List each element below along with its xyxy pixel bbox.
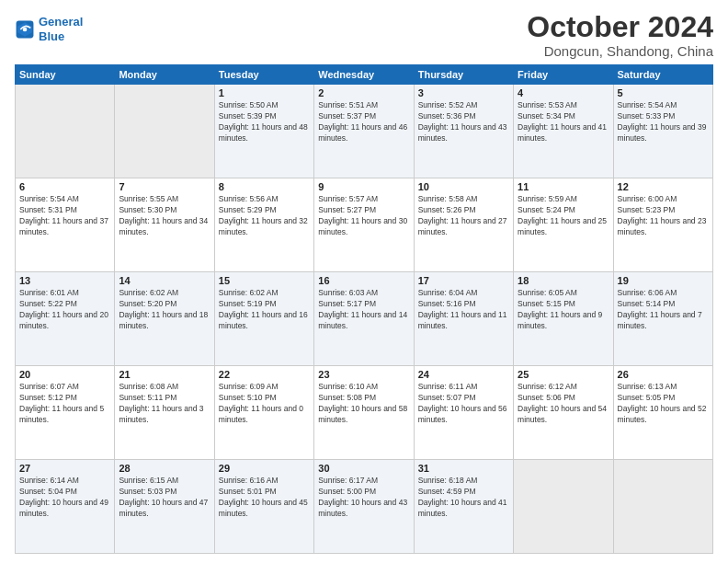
daylight-text: Daylight: 11 hours and 37 minutes. [19, 216, 110, 238]
day-number: 20 [19, 369, 110, 380]
sunrise-text: Sunrise: 6:17 AM [318, 476, 409, 487]
calendar-week-row: 13Sunrise: 6:01 AMSunset: 5:22 PMDayligh… [16, 272, 713, 366]
daylight-text: Daylight: 10 hours and 49 minutes. [19, 498, 110, 520]
calendar-cell: 17Sunrise: 6:04 AMSunset: 5:16 PMDayligh… [414, 272, 513, 366]
daylight-text: Daylight: 11 hours and 9 minutes. [518, 310, 609, 332]
day-number: 31 [418, 463, 509, 474]
day-number: 16 [318, 275, 409, 286]
daylight-text: Daylight: 11 hours and 14 minutes. [318, 310, 409, 332]
calendar-cell: 30Sunrise: 6:17 AMSunset: 5:00 PMDayligh… [314, 460, 414, 554]
daylight-text: Daylight: 11 hours and 34 minutes. [119, 216, 210, 238]
sunset-text: Sunset: 5:39 PM [219, 111, 310, 122]
day-info: Sunrise: 6:02 AMSunset: 5:20 PMDaylight:… [119, 288, 210, 332]
calendar-cell: 13Sunrise: 6:01 AMSunset: 5:22 PMDayligh… [16, 272, 115, 366]
sunset-text: Sunset: 5:24 PM [518, 205, 609, 216]
sunrise-text: Sunrise: 6:05 AM [518, 288, 609, 299]
daylight-text: Daylight: 10 hours and 47 minutes. [119, 498, 210, 520]
sunrise-text: Sunrise: 6:16 AM [219, 476, 310, 487]
day-number: 21 [119, 369, 210, 380]
calendar-cell: 15Sunrise: 6:02 AMSunset: 5:19 PMDayligh… [214, 272, 313, 366]
day-number: 8 [219, 181, 310, 192]
daylight-text: Daylight: 11 hours and 39 minutes. [618, 122, 709, 144]
calendar-cell: 3Sunrise: 5:52 AMSunset: 5:36 PMDaylight… [414, 85, 513, 178]
day-info: Sunrise: 5:52 AMSunset: 5:36 PMDaylight:… [418, 100, 509, 144]
calendar-cell: 22Sunrise: 6:09 AMSunset: 5:10 PMDayligh… [214, 366, 313, 460]
sunset-text: Sunset: 5:33 PM [618, 111, 709, 122]
sunset-text: Sunset: 5:12 PM [19, 393, 110, 404]
weekday-header-wednesday: Wednesday [314, 65, 414, 85]
sunrise-text: Sunrise: 6:07 AM [19, 382, 110, 393]
day-info: Sunrise: 5:59 AMSunset: 5:24 PMDaylight:… [518, 194, 609, 238]
calendar-cell: 2Sunrise: 5:51 AMSunset: 5:37 PMDaylight… [314, 85, 414, 178]
day-number: 18 [518, 275, 609, 286]
day-info: Sunrise: 6:08 AMSunset: 5:11 PMDaylight:… [119, 382, 210, 426]
logo: General Blue [15, 15, 83, 43]
sunrise-text: Sunrise: 6:01 AM [19, 288, 110, 299]
daylight-text: Daylight: 10 hours and 52 minutes. [618, 404, 709, 426]
day-number: 4 [518, 87, 609, 98]
calendar-table: SundayMondayTuesdayWednesdayThursdayFrid… [15, 64, 713, 554]
sunrise-text: Sunrise: 6:14 AM [19, 476, 110, 487]
daylight-text: Daylight: 11 hours and 20 minutes. [19, 310, 110, 332]
daylight-text: Daylight: 10 hours and 58 minutes. [318, 404, 409, 426]
calendar-cell [613, 460, 712, 554]
calendar-cell: 29Sunrise: 6:16 AMSunset: 5:01 PMDayligh… [214, 460, 313, 554]
sunrise-text: Sunrise: 5:50 AM [219, 100, 310, 111]
weekday-header-thursday: Thursday [414, 65, 513, 85]
calendar-week-row: 1Sunrise: 5:50 AMSunset: 5:39 PMDaylight… [16, 85, 713, 178]
svg-point-2 [23, 27, 28, 31]
daylight-text: Daylight: 11 hours and 32 minutes. [219, 216, 310, 238]
daylight-text: Daylight: 10 hours and 41 minutes. [418, 498, 509, 520]
sunset-text: Sunset: 5:03 PM [119, 487, 210, 498]
calendar-cell: 12Sunrise: 6:00 AMSunset: 5:23 PMDayligh… [613, 178, 712, 272]
weekday-header-monday: Monday [115, 65, 214, 85]
calendar-cell: 8Sunrise: 5:56 AMSunset: 5:29 PMDaylight… [214, 178, 313, 272]
sunset-text: Sunset: 5:37 PM [318, 111, 409, 122]
daylight-text: Daylight: 10 hours and 45 minutes. [219, 498, 310, 520]
daylight-text: Daylight: 10 hours and 43 minutes. [318, 498, 409, 520]
sunrise-text: Sunrise: 6:08 AM [119, 382, 210, 393]
calendar-cell: 19Sunrise: 6:06 AMSunset: 5:14 PMDayligh… [613, 272, 712, 366]
calendar-cell: 10Sunrise: 5:58 AMSunset: 5:26 PMDayligh… [414, 178, 513, 272]
sunset-text: Sunset: 5:31 PM [19, 205, 110, 216]
sunrise-text: Sunrise: 5:51 AM [318, 100, 409, 111]
day-number: 6 [19, 181, 110, 192]
daylight-text: Daylight: 11 hours and 30 minutes. [318, 216, 409, 238]
day-number: 29 [219, 463, 310, 474]
calendar-cell: 21Sunrise: 6:08 AMSunset: 5:11 PMDayligh… [115, 366, 214, 460]
day-info: Sunrise: 6:15 AMSunset: 5:03 PMDaylight:… [119, 476, 210, 520]
calendar-cell: 26Sunrise: 6:13 AMSunset: 5:05 PMDayligh… [613, 366, 712, 460]
weekday-header-row: SundayMondayTuesdayWednesdayThursdayFrid… [16, 65, 713, 85]
calendar-cell: 18Sunrise: 6:05 AMSunset: 5:15 PMDayligh… [514, 272, 613, 366]
weekday-header-saturday: Saturday [613, 65, 712, 85]
daylight-text: Daylight: 11 hours and 27 minutes. [418, 216, 509, 238]
sunset-text: Sunset: 5:00 PM [318, 487, 409, 498]
day-number: 24 [418, 369, 509, 380]
title-location: Dongcun, Shandong, China [527, 43, 713, 59]
day-info: Sunrise: 5:51 AMSunset: 5:37 PMDaylight:… [318, 100, 409, 144]
day-number: 19 [618, 275, 709, 286]
sunrise-text: Sunrise: 6:13 AM [618, 382, 709, 393]
sunrise-text: Sunrise: 6:00 AM [618, 194, 709, 205]
calendar-cell: 25Sunrise: 6:12 AMSunset: 5:06 PMDayligh… [514, 366, 613, 460]
day-info: Sunrise: 5:58 AMSunset: 5:26 PMDaylight:… [418, 194, 509, 238]
day-number: 26 [618, 369, 709, 380]
day-number: 28 [119, 463, 210, 474]
sunrise-text: Sunrise: 6:11 AM [418, 382, 509, 393]
day-number: 23 [318, 369, 409, 380]
day-info: Sunrise: 6:04 AMSunset: 5:16 PMDaylight:… [418, 288, 509, 332]
sunrise-text: Sunrise: 6:12 AM [518, 382, 609, 393]
calendar-cell: 27Sunrise: 6:14 AMSunset: 5:04 PMDayligh… [16, 460, 115, 554]
daylight-text: Daylight: 11 hours and 0 minutes. [219, 404, 310, 426]
day-number: 27 [19, 463, 110, 474]
sunset-text: Sunset: 5:11 PM [119, 393, 210, 404]
daylight-text: Daylight: 11 hours and 5 minutes. [19, 404, 110, 426]
day-info: Sunrise: 6:11 AMSunset: 5:07 PMDaylight:… [418, 382, 509, 426]
sunrise-text: Sunrise: 6:09 AM [219, 382, 310, 393]
sunset-text: Sunset: 4:59 PM [418, 487, 509, 498]
calendar-cell [514, 460, 613, 554]
day-info: Sunrise: 5:54 AMSunset: 5:33 PMDaylight:… [618, 100, 709, 144]
sunset-text: Sunset: 5:01 PM [219, 487, 310, 498]
calendar-week-row: 20Sunrise: 6:07 AMSunset: 5:12 PMDayligh… [16, 366, 713, 460]
day-number: 1 [219, 87, 310, 98]
